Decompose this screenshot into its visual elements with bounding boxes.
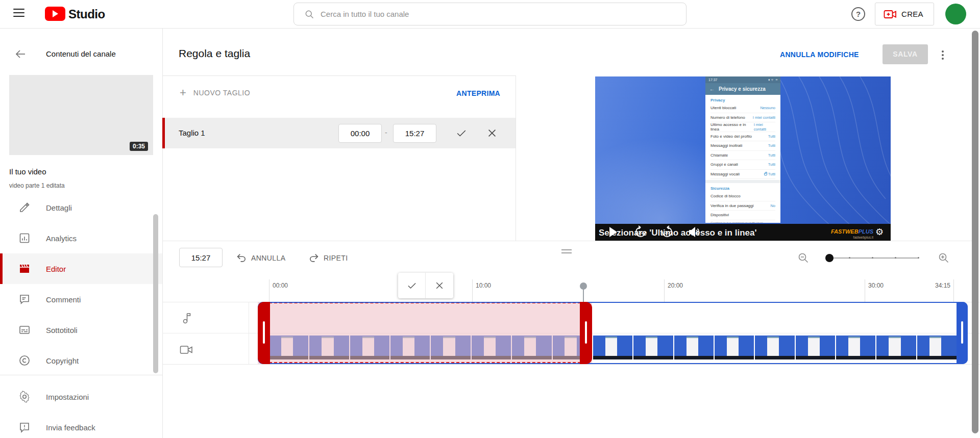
sidebar-scrollbar[interactable] xyxy=(153,214,158,373)
lock-icon xyxy=(764,173,767,175)
phone-settings-row: Gruppi e canaliTutti xyxy=(710,160,775,170)
hamburger-menu-icon[interactable] xyxy=(13,9,24,17)
zoom-out-icon[interactable] xyxy=(797,252,810,264)
playhead-time-input[interactable] xyxy=(179,248,223,267)
phone-settings-row: ChiamateTutti xyxy=(710,151,775,161)
panel-resizer-handle[interactable] xyxy=(561,249,572,253)
sidebar-item-analytics[interactable]: Analytics xyxy=(0,223,162,253)
sidebar-item-editor[interactable]: Editor xyxy=(0,253,162,284)
rewind-10-icon[interactable]: 10 xyxy=(634,225,647,239)
phone-clock: 17:37 xyxy=(708,78,718,82)
help-icon[interactable]: ? xyxy=(851,7,865,21)
youtube-studio-editor: Studio ? CREA Contenuti del canale 0:35 … xyxy=(0,0,980,438)
sidebar-item-label: Analytics xyxy=(46,234,77,243)
video-preview[interactable]: 17:37 ▮ ᯤ ▭ ← Privacy e sicurezza Privac… xyxy=(595,76,891,241)
cut-row[interactable]: Taglio 1 - xyxy=(162,118,516,148)
sidebar-item-sottotitoli[interactable]: Sottotitoli xyxy=(0,315,162,345)
account-avatar[interactable] xyxy=(945,4,966,24)
video-duration-badge: 0:35 xyxy=(130,142,148,151)
sidebar-item-invia-feedback[interactable]: Invia feedback xyxy=(0,412,162,438)
undo-button[interactable]: ANNULLA xyxy=(236,252,285,264)
filmstrip-thumbnail xyxy=(876,336,916,359)
phone-section-label: Privacy xyxy=(705,95,780,104)
youtube-logo-icon[interactable] xyxy=(45,7,65,21)
player-settings-gear-icon[interactable]: ⚙ xyxy=(875,226,884,238)
kebab-menu-icon[interactable] xyxy=(941,49,945,61)
new-cut-label: NUOVO TAGLIO xyxy=(193,89,250,97)
phone-settings-row: Foto e video del profiloTutti xyxy=(710,132,775,142)
create-button[interactable]: CREA xyxy=(875,3,934,25)
sidebar-item-commenti[interactable]: Commenti xyxy=(0,284,162,315)
zoom-slider-tick xyxy=(895,257,896,259)
page-scrollbar[interactable] xyxy=(972,31,978,433)
play-icon[interactable] xyxy=(609,227,617,237)
phone-settings-row: Numero di telefonoI miei contatti xyxy=(710,113,775,123)
cut-start-input[interactable] xyxy=(338,124,382,143)
sidebar-item-label: Editor xyxy=(46,265,66,273)
subtitles-icon xyxy=(18,324,31,336)
filmstrip-thumbnail xyxy=(755,336,794,359)
discard-changes-button[interactable]: ANNULLA MODIFICHE xyxy=(780,50,872,59)
selection-confirm-card xyxy=(398,273,453,298)
search-input[interactable] xyxy=(321,4,678,24)
new-cut-button[interactable]: + NUOVO TAGLIO xyxy=(180,88,250,98)
zoom-slider-tick xyxy=(918,257,919,259)
phone-section-label: Sicurezza xyxy=(705,183,780,192)
sidebar-footer-nav: ImpostazioniInvia feedback xyxy=(0,381,162,438)
confirm-selection-button[interactable] xyxy=(398,273,426,298)
phone-settings-row: Codice di blocco xyxy=(710,192,775,201)
sidebar-item-dettagli[interactable]: Dettagli xyxy=(0,192,162,223)
sidebar-item-copyright[interactable]: Copyright xyxy=(0,345,162,376)
preview-button[interactable]: ANTEPRIMA xyxy=(449,89,500,97)
phone-screen-title: Privacy e sicurezza xyxy=(719,86,766,92)
page-title: Regola e taglia xyxy=(179,47,250,60)
filmstrip-thumbnail xyxy=(836,336,875,359)
watermark-main: FASTWEB xyxy=(831,228,859,235)
sidebar-item-label: Dettagli xyxy=(46,203,72,212)
studio-logo-text: Studio xyxy=(68,7,105,21)
sidebar-item-impostazioni[interactable]: Impostazioni xyxy=(0,381,162,412)
watermark-sub: fastwebplus.it xyxy=(827,235,873,240)
video-plus-icon xyxy=(884,9,897,20)
gear-icon xyxy=(18,391,31,403)
cancel-selection-button[interactable] xyxy=(426,273,453,298)
filmstrip-thumbnail xyxy=(796,336,835,359)
watermark-accent: PLUS xyxy=(859,228,873,235)
volume-icon[interactable] xyxy=(688,226,700,238)
zoom-slider-thumb[interactable] xyxy=(825,254,834,262)
video-title: Il tuo video xyxy=(9,167,46,176)
undo-label: ANNULLA xyxy=(251,254,285,262)
ruler-tick xyxy=(953,279,954,302)
back-label[interactable]: Contenuti del canale xyxy=(46,49,116,58)
save-button[interactable]: SALVA xyxy=(883,44,928,64)
redo-label: RIPETI xyxy=(324,254,348,262)
ruler-tick-label: 10:00 xyxy=(476,282,491,289)
cut-range-dash: - xyxy=(385,128,387,137)
ruler-tick xyxy=(269,279,270,302)
cut-end-input[interactable] xyxy=(393,124,436,143)
ruler-tick-label: 30:00 xyxy=(868,282,884,289)
zoom-in-icon[interactable] xyxy=(938,252,950,264)
cut-end-handle[interactable] xyxy=(580,302,592,364)
phone-settings-row: Messaggi vocaliTutti xyxy=(710,170,775,179)
redo-button[interactable]: RIPETI xyxy=(308,252,348,264)
delete-cut-icon[interactable] xyxy=(486,127,498,139)
sidebar-item-label: Commenti xyxy=(46,295,81,304)
cut-start-handle[interactable] xyxy=(258,302,270,364)
filmstrip-thumbnail xyxy=(917,336,957,359)
filmstrip-thumbnail xyxy=(715,336,754,359)
plus-icon: + xyxy=(180,88,186,98)
ruler-tick-label: 00:00 xyxy=(273,282,288,289)
cut-name: Taglio 1 xyxy=(179,128,205,137)
forward-10-icon[interactable]: 10 xyxy=(660,225,674,239)
comment-icon xyxy=(18,293,31,305)
pencil-icon xyxy=(18,201,31,214)
video-subtitle: video parte 1 editata xyxy=(9,182,65,189)
back-arrow-icon[interactable] xyxy=(14,48,27,60)
video-thumbnail: 0:35 xyxy=(9,75,153,155)
sidebar-item-label: Sottotitoli xyxy=(46,326,78,334)
confirm-cut-icon[interactable] xyxy=(456,127,467,139)
clip-end-handle[interactable] xyxy=(957,302,968,364)
sidebar-item-label: Impostazioni xyxy=(46,393,89,401)
ruler-tick xyxy=(472,279,473,302)
